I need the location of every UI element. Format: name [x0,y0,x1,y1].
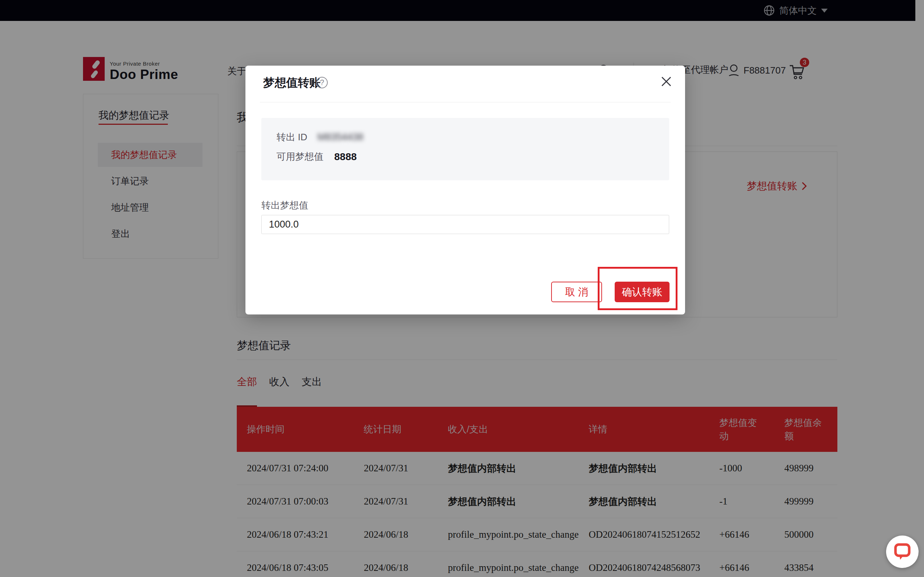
confirm-button-highlight-box [598,267,677,310]
live-chat-button[interactable] [886,535,919,568]
transfer-id-label: 转出 ID [276,131,307,143]
cancel-button[interactable]: 取 消 [551,282,602,302]
modal-divider [260,102,670,102]
transfer-info-box: 转出 ID M8354438 可用梦想值 8888 [261,118,669,180]
modal-title: 梦想值转账 [263,75,321,91]
transfer-id-value: M8354438 [317,132,363,143]
help-icon[interactable]: ? [316,77,328,89]
transfer-amount-label: 转出梦想值 [261,199,308,212]
page: 简体中文 Your Private Broker Doo Prime 关于理想家… [0,0,924,577]
chat-bubble-icon [894,543,911,561]
available-dream-value-label: 可用梦想值 [276,150,323,163]
close-icon[interactable] [660,75,673,88]
transfer-amount-input[interactable] [261,215,669,234]
available-dream-value: 8888 [334,151,357,163]
